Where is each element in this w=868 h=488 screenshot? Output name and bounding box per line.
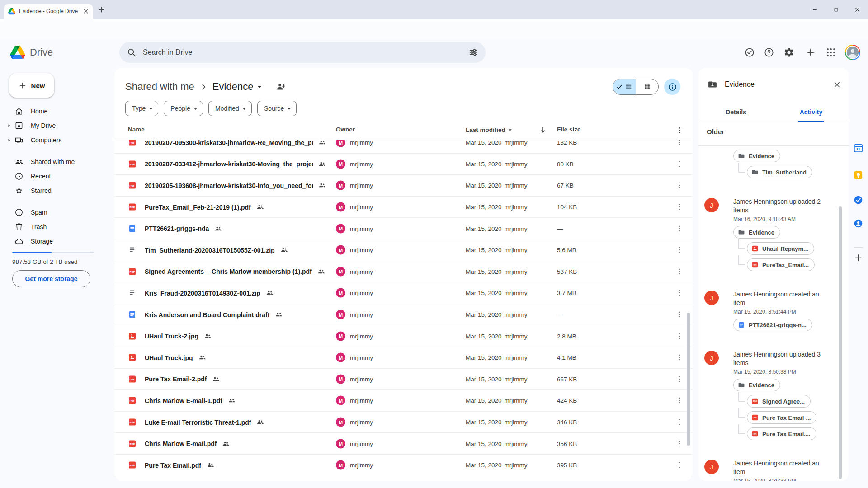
contacts-app-icon[interactable] bbox=[853, 218, 863, 229]
file-chip[interactable]: Evidence bbox=[733, 150, 780, 162]
sidebar-item-starred[interactable]: Starred bbox=[0, 183, 114, 198]
keep-app-icon[interactable] bbox=[853, 170, 863, 180]
file-chip[interactable]: Evidence bbox=[733, 379, 780, 391]
file-row[interactable]: PDFSigned Agreements -- Chris Marlow mem… bbox=[114, 261, 693, 283]
calendar-app-icon[interactable]: 31 bbox=[853, 143, 863, 153]
row-more-actions-icon[interactable] bbox=[675, 203, 684, 211]
row-more-actions-icon[interactable] bbox=[675, 375, 684, 383]
file-chip[interactable]: Uhaul-Repaym... bbox=[747, 242, 814, 255]
file-list-scrollbar[interactable] bbox=[687, 313, 690, 446]
sidebar-item-trash[interactable]: Trash bbox=[0, 220, 114, 234]
gemini-sparkle-icon[interactable] bbox=[805, 47, 816, 58]
filter-chip-type[interactable]: Type bbox=[125, 101, 158, 116]
file-row[interactable]: Kris_Fraud-20200316T014930Z-001.zipMmrji… bbox=[114, 282, 693, 304]
browser-tab[interactable]: Evidence - Google Drive bbox=[4, 4, 93, 19]
sidebar-item-recent[interactable]: Recent bbox=[0, 169, 114, 183]
column-header-size[interactable]: File size bbox=[557, 126, 581, 133]
file-chip[interactable]: Tim_Sutherland bbox=[747, 166, 812, 178]
file-row[interactable]: PDFPure Tax Email.pdfMmrjimmyMar 15, 202… bbox=[114, 455, 693, 476]
window-close-button[interactable] bbox=[847, 0, 868, 19]
expand-arrow-icon[interactable] bbox=[6, 123, 12, 128]
sidebar-item-spam[interactable]: Spam bbox=[0, 205, 114, 220]
tab-close-icon[interactable] bbox=[82, 8, 90, 15]
file-row[interactable]: Tim_Sutherland-20200316T015055Z-001.zipM… bbox=[114, 239, 693, 261]
new-button[interactable]: New bbox=[9, 73, 54, 98]
new-tab-button[interactable] bbox=[98, 6, 105, 14]
owner-cell: Mmrjimmy bbox=[336, 140, 373, 147]
file-chip[interactable]: PDFPureTax_Email... bbox=[747, 258, 815, 271]
sidebar-item-storage[interactable]: Storage bbox=[0, 234, 114, 249]
file-chip[interactable]: PDFSigned Agree... bbox=[747, 395, 811, 408]
column-header-name[interactable]: Name bbox=[128, 126, 145, 133]
account-avatar[interactable] bbox=[845, 45, 860, 60]
file-row[interactable]: Kris Anderson and Board Complaint draftM… bbox=[114, 304, 693, 326]
file-row[interactable]: PDFChris Marlow E-mail-1.pdfMmrjimmyMar … bbox=[114, 390, 693, 412]
row-more-actions-icon[interactable] bbox=[675, 310, 684, 319]
row-more-actions-icon[interactable] bbox=[675, 140, 684, 147]
google-apps-grid-icon[interactable] bbox=[826, 47, 836, 58]
drive-brand[interactable]: Drive bbox=[10, 38, 53, 67]
settings-gear-icon[interactable] bbox=[783, 47, 794, 58]
row-more-actions-icon[interactable] bbox=[675, 461, 684, 469]
file-row[interactable]: PDFChris Marlow E-mail.pdfMmrjimmyMar 15… bbox=[114, 433, 693, 455]
file-row[interactable]: UHaul Truck.jpgMmrjimmyMar 15, 2020mrjim… bbox=[114, 347, 693, 369]
column-header-owner[interactable]: Owner bbox=[336, 126, 355, 133]
share-members-icon[interactable] bbox=[276, 82, 286, 92]
window-maximize-button[interactable] bbox=[826, 0, 847, 19]
file-row[interactable]: UHaul Truck-2.jpgMmrjimmyMar 15, 2020mrj… bbox=[114, 325, 693, 347]
breadcrumb-root[interactable]: Shared with me bbox=[125, 81, 194, 93]
table-options-icon[interactable] bbox=[675, 126, 684, 135]
sidebar-item-my-drive[interactable]: My Drive bbox=[0, 118, 114, 133]
tab-activity[interactable]: Activity bbox=[774, 107, 849, 122]
search-icon[interactable] bbox=[127, 47, 137, 57]
file-chip[interactable]: PDFPure Tax Email.... bbox=[747, 427, 816, 440]
get-more-storage-button[interactable]: Get more storage bbox=[12, 270, 90, 287]
file-row[interactable]: PDFPure Tax Email-2.pdfMmrjimmyMar 15, 2… bbox=[114, 369, 693, 390]
column-header-modified[interactable]: Last modified bbox=[466, 126, 514, 134]
offline-status-icon[interactable] bbox=[744, 47, 755, 58]
row-more-actions-icon[interactable] bbox=[675, 289, 684, 297]
breadcrumb-current[interactable]: Evidence bbox=[212, 81, 264, 93]
file-row[interactable]: PDFPureTax_Email_Feb-21-2019 (1).pdfMmrj… bbox=[114, 197, 693, 218]
sidebar-item-computers[interactable]: Computers bbox=[0, 133, 114, 147]
tab-details[interactable]: Details bbox=[698, 107, 774, 122]
folder-menu-caret-icon[interactable] bbox=[255, 82, 264, 91]
list-view-button[interactable] bbox=[613, 79, 636, 94]
file-row[interactable]: PDF20190207-033412-jhmarlow-kriskat30-Mo… bbox=[114, 154, 693, 175]
row-more-actions-icon[interactable] bbox=[675, 353, 684, 362]
advanced-search-icon[interactable] bbox=[468, 47, 478, 57]
details-info-button[interactable] bbox=[664, 79, 680, 95]
search-input[interactable]: Search in Drive bbox=[143, 48, 462, 56]
filter-chip-source[interactable]: Source bbox=[257, 101, 297, 116]
row-more-actions-icon[interactable] bbox=[675, 181, 684, 190]
search-bar[interactable]: Search in Drive bbox=[119, 42, 486, 63]
close-icon[interactable] bbox=[833, 80, 841, 89]
file-row[interactable]: PDF20190205-193608-jhmarlow-kriskat30-In… bbox=[114, 175, 693, 197]
row-more-actions-icon[interactable] bbox=[675, 439, 684, 448]
add-apps-icon[interactable] bbox=[854, 253, 863, 263]
sort-direction-icon[interactable] bbox=[538, 126, 547, 135]
grid-view-button[interactable] bbox=[636, 79, 659, 94]
row-more-actions-icon[interactable] bbox=[675, 160, 684, 168]
filter-chip-people[interactable]: People bbox=[164, 101, 203, 116]
row-more-actions-icon[interactable] bbox=[675, 246, 684, 254]
file-row[interactable]: PDF20190207-095300-kriskat30-jhmarlow-Re… bbox=[114, 140, 693, 154]
row-more-actions-icon[interactable] bbox=[675, 267, 684, 276]
row-more-actions-icon[interactable] bbox=[675, 224, 684, 233]
sidebar-item-home[interactable]: Home bbox=[0, 104, 114, 118]
sidebar-item-shared-with-me[interactable]: Shared with me bbox=[0, 155, 114, 169]
file-chip[interactable]: PDFPure Tax Email-... bbox=[747, 411, 816, 424]
tasks-app-icon[interactable] bbox=[853, 195, 863, 205]
help-icon[interactable] bbox=[764, 47, 774, 58]
window-minimize-button[interactable] bbox=[804, 0, 826, 19]
file-chip[interactable]: Evidence bbox=[733, 226, 780, 239]
file-chip[interactable]: PTT26621-griggs-n... bbox=[733, 319, 812, 331]
file-row[interactable]: PTT26621-griggs-ndaMmrjimmyMar 15, 2020m… bbox=[114, 218, 693, 239]
row-more-actions-icon[interactable] bbox=[675, 396, 684, 405]
activity-scrollbar[interactable] bbox=[839, 206, 842, 479]
file-row[interactable]: PDFLuke E-mail Terroristic Threat-1.pdfM… bbox=[114, 412, 693, 433]
row-more-actions-icon[interactable] bbox=[675, 332, 684, 340]
expand-arrow-icon[interactable] bbox=[6, 137, 12, 143]
filter-chip-modified[interactable]: Modified bbox=[208, 101, 252, 116]
row-more-actions-icon[interactable] bbox=[675, 418, 684, 427]
